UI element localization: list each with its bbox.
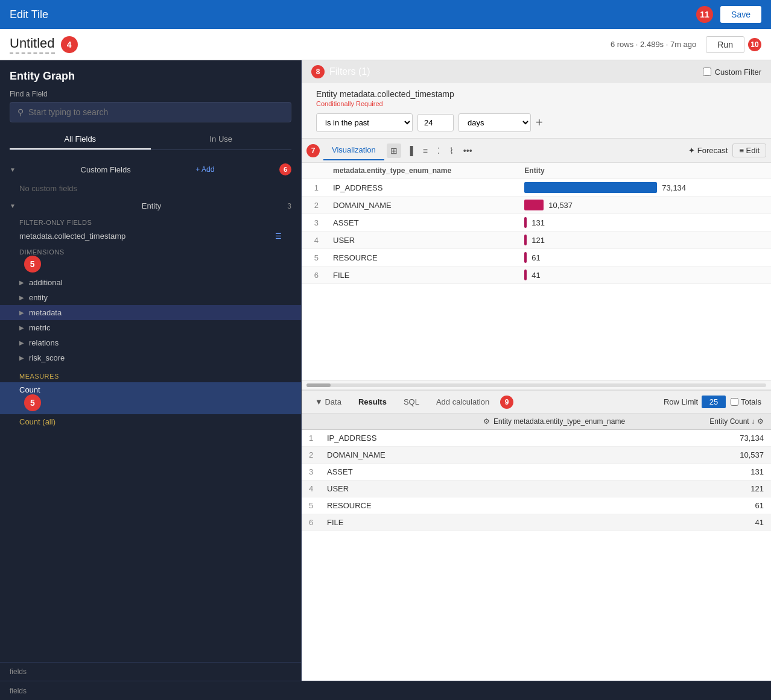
entity-graph-title: Entity Graph (10, 70, 291, 83)
result-row-num: 4 (302, 481, 320, 497)
badge-5b: 5 (24, 394, 41, 411)
tab-in-use[interactable]: In Use (151, 130, 292, 150)
chart-row-bar: 61 (517, 249, 771, 266)
chart-row-name: FILE (326, 266, 517, 284)
measure-count[interactable]: Count 5 (0, 382, 301, 414)
badge-7: 7 (306, 144, 320, 157)
top-bar-right: 11 Save (696, 6, 761, 23)
chart-area: metadata.entity_type_enum_name Entity 1I… (302, 163, 771, 380)
table-row: 5RESOURCE61 (302, 497, 771, 514)
results-header-num (302, 414, 476, 429)
custom-filter-checkbox[interactable] (703, 68, 711, 76)
search-input[interactable] (28, 107, 284, 117)
filter-add-button[interactable]: + (536, 116, 543, 130)
custom-fields-section[interactable]: ▼ Custom Fields + Add 6 (0, 160, 301, 179)
chart-row-name: RESOURCE (326, 249, 517, 266)
dimensions-label: DIMENSIONS 5 (0, 244, 301, 275)
filters-bar: 8 Filters (1) Custom Filter (302, 60, 771, 83)
totals-wrap: Totals (731, 397, 761, 406)
chart-row-bar: 73,134 (517, 179, 771, 197)
chart-row-bar: 121 (517, 232, 771, 249)
dimension-risk-score-label: risk_score (29, 353, 65, 362)
measure-count-all[interactable]: Count (all) (0, 414, 301, 429)
result-row-count: 10,537 (650, 447, 771, 463)
table-row: 1IP_ADDRESS73,134 (302, 430, 771, 447)
result-row-num: 5 (302, 497, 320, 514)
entity-section[interactable]: ▼ Entity 3 (0, 198, 301, 214)
forecast-button[interactable]: ✦ Forecast (688, 146, 728, 155)
relations-arrow: ▶ (19, 339, 24, 346)
col2-gear-icon: ⚙ (757, 417, 764, 426)
chart-row-bar: 41 (517, 266, 771, 284)
viz-more-icon[interactable]: ••• (460, 143, 476, 158)
tab-sql[interactable]: SQL (395, 394, 428, 410)
dimension-entity[interactable]: ▶ entity (0, 290, 301, 305)
footer-label: fields (10, 667, 27, 676)
run-button[interactable]: Run (706, 36, 744, 53)
left-panel-footer: fields (0, 662, 301, 681)
results-col-entity-name[interactable]: ⚙ Entity metadata.entity_type_enum_name (476, 414, 650, 429)
result-row-count: 121 (650, 481, 771, 497)
chart-row-num: 2 (302, 197, 326, 214)
edit-button[interactable]: ≡ Edit (732, 143, 766, 157)
left-panel: Entity Graph Find a Field ⚲ All Fields I… (0, 60, 302, 681)
add-calculation-button[interactable]: Add calculation (428, 394, 498, 410)
totals-label: Totals (741, 397, 761, 406)
chart-row-name: ASSET (326, 214, 517, 232)
viz-bar-icon[interactable]: ▐ (404, 143, 417, 158)
custom-fields-add-button[interactable]: + Add (195, 165, 214, 174)
results-col-count[interactable]: Entity Count ↓ ⚙ (650, 414, 771, 429)
save-button[interactable]: Save (720, 6, 761, 23)
filter-unit-select[interactable]: days (458, 113, 531, 132)
filter-icon: ☰ (275, 232, 282, 241)
chart-row-num: 4 (302, 232, 326, 249)
tab-data[interactable]: ▼ Data (306, 394, 350, 410)
table-row: 6FILE41 (302, 514, 771, 531)
viz-table-icon[interactable]: ⊞ (387, 143, 401, 158)
filter-field-timestamp[interactable]: metadata.collected_timestamp ☰ (0, 229, 301, 244)
filter-detail: Entity metadata.collected_timestamp Cond… (302, 83, 771, 139)
col1-gear-icon: ⚙ (483, 417, 490, 426)
row-limit-input[interactable] (702, 396, 726, 408)
top-bar: Edit Tile 11 Save (0, 0, 771, 29)
filter-operator-select[interactable]: is in the past (316, 113, 413, 132)
chart-row-name: DOMAIN_NAME (326, 197, 517, 214)
dimension-relations[interactable]: ▶ relations (0, 335, 301, 350)
dimension-metadata[interactable]: ▶ metadata (0, 305, 301, 320)
tab-results[interactable]: Results (350, 394, 395, 410)
viz-list-icon[interactable]: ≡ (419, 143, 431, 158)
totals-checkbox[interactable] (731, 398, 738, 406)
dimension-metric[interactable]: ▶ metric (0, 320, 301, 335)
main-layout: Entity Graph Find a Field ⚲ All Fields I… (0, 60, 771, 681)
measures-label: MEASURES (0, 365, 301, 382)
badge-9: 9 (500, 396, 513, 409)
result-row-count: 131 (650, 464, 771, 480)
entity-label: Entity (142, 201, 162, 210)
viz-line-icon[interactable]: ⌇ (446, 143, 457, 158)
tab-visualization[interactable]: Visualization (323, 140, 384, 160)
result-row-num: 2 (302, 447, 320, 463)
result-row-name: ASSET (320, 464, 650, 480)
table-row: 2DOMAIN_NAME10,537 (302, 447, 771, 464)
tab-all-fields[interactable]: All Fields (10, 130, 151, 150)
custom-filter-label: Custom Filter (715, 68, 761, 77)
title-left: Untitled 4 (10, 36, 78, 54)
tile-title[interactable]: Untitled (10, 36, 55, 54)
badge-6: 6 (279, 163, 291, 175)
dimension-risk-score[interactable]: ▶ risk_score (0, 350, 301, 365)
chart-row-num: 1 (302, 179, 326, 197)
chart-row-name: USER (326, 232, 517, 249)
viz-scatter-icon[interactable]: ⁚ (434, 143, 443, 158)
chart-row-name: IP_ADDRESS (326, 179, 517, 197)
results-rows: 1IP_ADDRESS73,1342DOMAIN_NAME10,5373ASSE… (302, 430, 771, 531)
dimension-additional[interactable]: ▶ additional (0, 275, 301, 290)
table-row: 3ASSET131 (302, 464, 771, 481)
results-header: ⚙ Entity metadata.entity_type_enum_name … (302, 414, 771, 430)
result-row-count: 41 (650, 514, 771, 531)
filter-required-label: Conditionally Required (316, 100, 757, 107)
result-row-name: IP_ADDRESS (320, 430, 650, 446)
title-bar: Untitled 4 6 rows · 2.489s · 7m ago Run … (0, 29, 771, 60)
result-row-count: 61 (650, 497, 771, 514)
filter-value-input[interactable] (417, 114, 454, 131)
results-col-header-2: Entity Count ↓ (709, 417, 755, 426)
